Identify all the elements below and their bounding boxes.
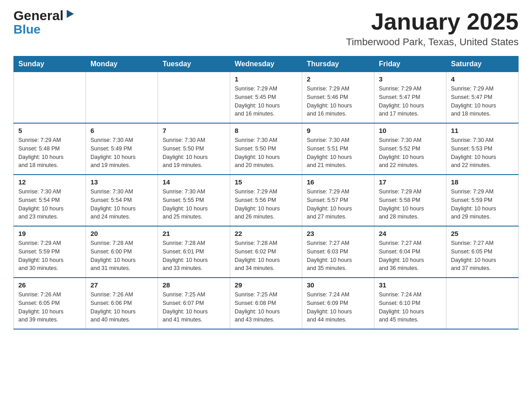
calendar-cell: 14Sunrise: 7:30 AMSunset: 5:55 PMDayligh… bbox=[158, 175, 230, 226]
day-info: Sunrise: 7:25 AMSunset: 6:08 PMDaylight:… bbox=[235, 291, 297, 324]
calendar-cell: 23Sunrise: 7:27 AMSunset: 6:03 PMDayligh… bbox=[302, 226, 374, 278]
logo-flag-icon bbox=[65, 9, 75, 20]
calendar-cell: 30Sunrise: 7:24 AMSunset: 6:09 PMDayligh… bbox=[302, 278, 374, 329]
day-number: 6 bbox=[90, 127, 153, 134]
calendar-cell: 22Sunrise: 7:28 AMSunset: 6:02 PMDayligh… bbox=[230, 226, 302, 278]
calendar-cell: 29Sunrise: 7:25 AMSunset: 6:08 PMDayligh… bbox=[230, 278, 302, 329]
day-number: 10 bbox=[379, 127, 442, 134]
svg-marker-0 bbox=[67, 10, 74, 18]
day-number: 22 bbox=[235, 230, 297, 237]
day-info: Sunrise: 7:26 AMSunset: 6:06 PMDaylight:… bbox=[90, 291, 153, 324]
page-header: General Blue January 2025 Timberwood Par… bbox=[13, 9, 519, 48]
calendar-week-row: 12Sunrise: 7:30 AMSunset: 5:54 PMDayligh… bbox=[14, 175, 519, 226]
calendar-week-row: 26Sunrise: 7:26 AMSunset: 6:05 PMDayligh… bbox=[14, 278, 519, 329]
calendar-cell: 4Sunrise: 7:29 AMSunset: 5:47 PMDaylight… bbox=[446, 72, 519, 124]
day-number: 24 bbox=[379, 230, 442, 237]
logo-general-text: General bbox=[13, 9, 64, 22]
day-info: Sunrise: 7:28 AMSunset: 6:00 PMDaylight:… bbox=[90, 239, 153, 273]
month-title: January 2025 bbox=[346, 9, 519, 34]
calendar-cell: 26Sunrise: 7:26 AMSunset: 6:05 PMDayligh… bbox=[14, 278, 86, 329]
weekday-header-row: SundayMondayTuesdayWednesdayThursdayFrid… bbox=[14, 56, 519, 72]
title-area: January 2025 Timberwood Park, Texas, Uni… bbox=[346, 9, 519, 48]
day-info: Sunrise: 7:29 AMSunset: 5:58 PMDaylight:… bbox=[379, 188, 442, 221]
day-number: 21 bbox=[163, 230, 225, 237]
calendar-cell: 13Sunrise: 7:30 AMSunset: 5:54 PMDayligh… bbox=[86, 175, 158, 226]
day-number: 13 bbox=[90, 178, 153, 186]
day-number: 8 bbox=[235, 127, 297, 134]
day-info: Sunrise: 7:30 AMSunset: 5:50 PMDaylight:… bbox=[163, 136, 225, 170]
calendar-cell: 15Sunrise: 7:29 AMSunset: 5:56 PMDayligh… bbox=[230, 175, 302, 226]
calendar-cell: 19Sunrise: 7:29 AMSunset: 5:59 PMDayligh… bbox=[14, 226, 86, 278]
calendar-week-row: 1Sunrise: 7:29 AMSunset: 5:45 PMDaylight… bbox=[14, 72, 519, 124]
calendar-cell: 27Sunrise: 7:26 AMSunset: 6:06 PMDayligh… bbox=[86, 278, 158, 329]
calendar-cell: 2Sunrise: 7:29 AMSunset: 5:46 PMDaylight… bbox=[302, 72, 374, 124]
calendar-cell bbox=[14, 72, 86, 124]
calendar-cell: 12Sunrise: 7:30 AMSunset: 5:54 PMDayligh… bbox=[14, 175, 86, 226]
day-info: Sunrise: 7:29 AMSunset: 5:56 PMDaylight:… bbox=[235, 188, 297, 221]
day-info: Sunrise: 7:29 AMSunset: 5:57 PMDaylight:… bbox=[307, 188, 369, 221]
day-number: 28 bbox=[163, 281, 225, 289]
weekday-header-tuesday: Tuesday bbox=[158, 56, 230, 72]
day-info: Sunrise: 7:27 AMSunset: 6:04 PMDaylight:… bbox=[379, 239, 442, 273]
calendar-week-row: 19Sunrise: 7:29 AMSunset: 5:59 PMDayligh… bbox=[14, 226, 519, 278]
day-info: Sunrise: 7:29 AMSunset: 5:47 PMDaylight:… bbox=[379, 85, 442, 118]
calendar-cell bbox=[446, 278, 519, 329]
day-info: Sunrise: 7:29 AMSunset: 5:45 PMDaylight:… bbox=[235, 85, 297, 118]
location-title: Timberwood Park, Texas, United States bbox=[346, 36, 519, 48]
calendar-header: SundayMondayTuesdayWednesdayThursdayFrid… bbox=[14, 56, 519, 72]
day-number: 20 bbox=[90, 230, 153, 237]
weekday-header-sunday: Sunday bbox=[14, 56, 86, 72]
day-info: Sunrise: 7:30 AMSunset: 5:50 PMDaylight:… bbox=[235, 136, 297, 170]
calendar-cell: 31Sunrise: 7:24 AMSunset: 6:10 PMDayligh… bbox=[374, 278, 446, 329]
calendar-cell: 16Sunrise: 7:29 AMSunset: 5:57 PMDayligh… bbox=[302, 175, 374, 226]
calendar-cell: 18Sunrise: 7:29 AMSunset: 5:59 PMDayligh… bbox=[446, 175, 519, 226]
day-info: Sunrise: 7:28 AMSunset: 6:02 PMDaylight:… bbox=[235, 239, 297, 273]
day-number: 17 bbox=[379, 178, 442, 186]
day-number: 29 bbox=[235, 281, 297, 289]
weekday-header-wednesday: Wednesday bbox=[230, 56, 302, 72]
day-number: 31 bbox=[379, 281, 442, 289]
calendar-table: SundayMondayTuesdayWednesdayThursdayFrid… bbox=[13, 56, 519, 330]
day-info: Sunrise: 7:24 AMSunset: 6:09 PMDaylight:… bbox=[307, 291, 369, 324]
calendar-cell: 17Sunrise: 7:29 AMSunset: 5:58 PMDayligh… bbox=[374, 175, 446, 226]
day-number: 3 bbox=[379, 75, 442, 83]
calendar-cell: 20Sunrise: 7:28 AMSunset: 6:00 PMDayligh… bbox=[86, 226, 158, 278]
day-info: Sunrise: 7:30 AMSunset: 5:49 PMDaylight:… bbox=[90, 136, 153, 170]
weekday-header-friday: Friday bbox=[374, 56, 446, 72]
calendar-cell: 10Sunrise: 7:30 AMSunset: 5:52 PMDayligh… bbox=[374, 123, 446, 175]
calendar-cell: 28Sunrise: 7:25 AMSunset: 6:07 PMDayligh… bbox=[158, 278, 230, 329]
day-info: Sunrise: 7:30 AMSunset: 5:54 PMDaylight:… bbox=[90, 188, 153, 221]
day-number: 16 bbox=[307, 178, 369, 186]
weekday-header-monday: Monday bbox=[86, 56, 158, 72]
day-info: Sunrise: 7:26 AMSunset: 6:05 PMDaylight:… bbox=[18, 291, 81, 324]
calendar-week-row: 5Sunrise: 7:29 AMSunset: 5:48 PMDaylight… bbox=[14, 123, 519, 175]
day-number: 27 bbox=[90, 281, 153, 289]
day-number: 26 bbox=[18, 281, 81, 289]
calendar-cell: 7Sunrise: 7:30 AMSunset: 5:50 PMDaylight… bbox=[158, 123, 230, 175]
day-info: Sunrise: 7:28 AMSunset: 6:01 PMDaylight:… bbox=[163, 239, 225, 273]
day-number: 4 bbox=[451, 75, 514, 83]
day-number: 14 bbox=[163, 178, 225, 186]
day-info: Sunrise: 7:24 AMSunset: 6:10 PMDaylight:… bbox=[379, 291, 442, 324]
weekday-header-saturday: Saturday bbox=[446, 56, 519, 72]
day-number: 11 bbox=[451, 127, 514, 134]
weekday-header-thursday: Thursday bbox=[302, 56, 374, 72]
calendar-cell: 24Sunrise: 7:27 AMSunset: 6:04 PMDayligh… bbox=[374, 226, 446, 278]
calendar-cell: 21Sunrise: 7:28 AMSunset: 6:01 PMDayligh… bbox=[158, 226, 230, 278]
day-info: Sunrise: 7:30 AMSunset: 5:54 PMDaylight:… bbox=[18, 188, 81, 221]
day-number: 9 bbox=[307, 127, 369, 134]
calendar-cell: 3Sunrise: 7:29 AMSunset: 5:47 PMDaylight… bbox=[374, 72, 446, 124]
day-info: Sunrise: 7:29 AMSunset: 5:47 PMDaylight:… bbox=[451, 85, 514, 118]
calendar-cell: 1Sunrise: 7:29 AMSunset: 5:45 PMDaylight… bbox=[230, 72, 302, 124]
calendar-cell: 11Sunrise: 7:30 AMSunset: 5:53 PMDayligh… bbox=[446, 123, 519, 175]
day-info: Sunrise: 7:30 AMSunset: 5:55 PMDaylight:… bbox=[163, 188, 225, 221]
calendar-cell bbox=[86, 72, 158, 124]
calendar-cell bbox=[158, 72, 230, 124]
logo: General Blue bbox=[13, 9, 75, 37]
day-info: Sunrise: 7:25 AMSunset: 6:07 PMDaylight:… bbox=[163, 291, 225, 324]
day-number: 25 bbox=[451, 230, 514, 237]
day-number: 30 bbox=[307, 281, 369, 289]
calendar-cell: 8Sunrise: 7:30 AMSunset: 5:50 PMDaylight… bbox=[230, 123, 302, 175]
calendar-body: 1Sunrise: 7:29 AMSunset: 5:45 PMDaylight… bbox=[14, 72, 519, 330]
calendar-cell: 25Sunrise: 7:27 AMSunset: 6:05 PMDayligh… bbox=[446, 226, 519, 278]
